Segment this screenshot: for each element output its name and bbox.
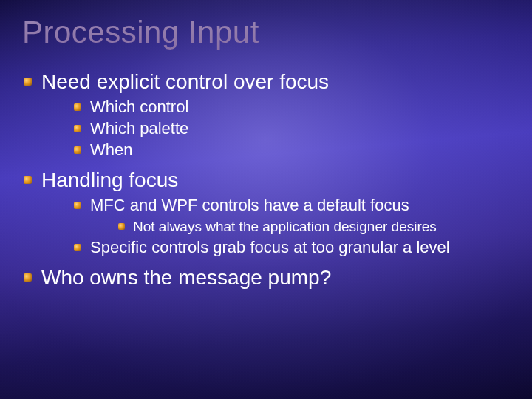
bullet-text: Not always what the application designer… [133, 219, 437, 234]
bullet-l2: Which palette [72, 119, 525, 139]
bullet-l2: Which control [72, 98, 525, 117]
bullet-l1: Handling focus MFC and WPF controls have… [22, 168, 525, 258]
bullet-text: Handling focus [41, 168, 178, 191]
bullet-l1: Who owns the message pump? [22, 265, 525, 290]
bullet-sublist: MFC and WPF controls have a default focu… [72, 196, 525, 258]
bullet-text: MFC and WPF controls have a default focu… [90, 196, 409, 214]
bullet-text: Need explicit control over focus [41, 70, 329, 93]
bullet-list: Need explicit control over focus Which c… [22, 69, 525, 290]
bullet-sublist: Not always what the application designer… [117, 218, 525, 235]
bullet-text: Who owns the message pump? [41, 266, 331, 289]
slide: Processing Input Need explicit control o… [0, 0, 532, 399]
bullet-l3: Not always what the application designer… [117, 218, 525, 235]
bullet-text: When [90, 140, 132, 159]
slide-title: Processing Input [22, 15, 525, 50]
bullet-l2: Specific controls grab focus at too gran… [72, 238, 525, 258]
bullet-text: Which control [90, 98, 188, 116]
bullet-text: Which palette [90, 119, 188, 137]
bullet-l2: When [72, 140, 525, 160]
bullet-l1: Need explicit control over focus Which c… [22, 69, 525, 160]
bullet-text: Specific controls grab focus at too gran… [90, 238, 450, 256]
bullet-sublist: Which control Which palette When [72, 98, 525, 160]
bullet-l2: MFC and WPF controls have a default focu… [72, 196, 525, 235]
